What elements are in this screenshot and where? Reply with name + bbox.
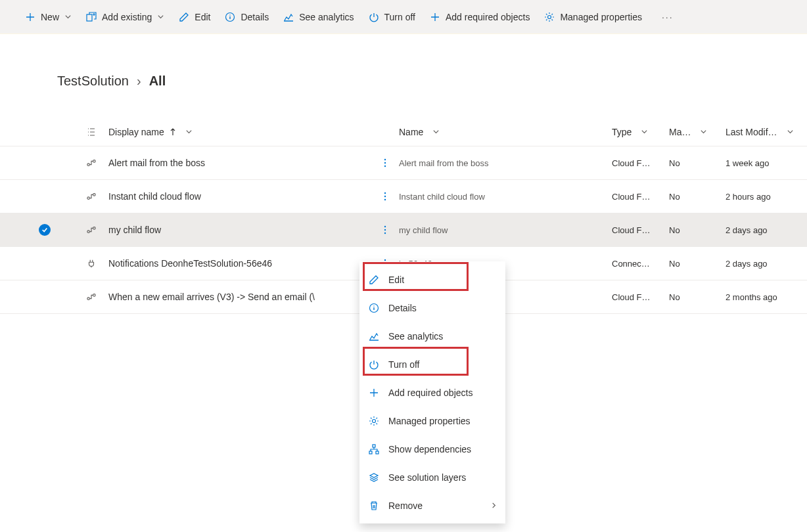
new-button-label: New xyxy=(41,12,59,22)
plus-icon xyxy=(430,12,440,22)
ctx-managed-props[interactable]: Managed properties xyxy=(359,407,505,435)
analytics-button[interactable]: See analytics xyxy=(283,12,354,22)
gear-icon xyxy=(369,416,380,426)
edit-label: Edit xyxy=(195,12,210,22)
svg-point-18 xyxy=(384,259,386,261)
row-managed: No xyxy=(669,292,726,302)
trash-icon xyxy=(369,500,380,511)
turn-off-label: Turn off xyxy=(384,12,415,22)
plus-icon xyxy=(25,12,35,22)
row-managed: No xyxy=(669,158,726,168)
row-modified: 1 week ago xyxy=(726,158,804,168)
svg-point-12 xyxy=(384,199,386,200)
svg-point-2 xyxy=(548,15,551,18)
chevron-down-icon xyxy=(157,13,164,20)
svg-rect-29 xyxy=(369,451,372,454)
row-modified: 2 days ago xyxy=(726,259,804,269)
row-name: Instant child cloud flow xyxy=(399,192,612,202)
context-menu: Edit Details See analytics Turn off Add … xyxy=(359,261,505,523)
pencil-icon xyxy=(179,12,189,22)
info-icon xyxy=(225,12,235,22)
row-type: Cloud F… xyxy=(612,292,669,302)
row-display-name[interactable]: my child flow xyxy=(108,225,371,235)
row-display-name[interactable]: Instant child cloud flow xyxy=(108,191,371,202)
list-icon[interactable] xyxy=(74,127,108,137)
row-display-name[interactable]: Notifications DeonheTestSolution-56e46 xyxy=(108,258,371,269)
managed-props-button[interactable]: Managed properties xyxy=(544,12,642,22)
row-display-name[interactable]: When a new email arrives (V3) -> Send an… xyxy=(108,292,371,302)
row-type: Cloud F… xyxy=(612,225,669,235)
chevron-down-icon xyxy=(185,128,193,135)
plus-icon xyxy=(369,388,380,398)
svg-point-27 xyxy=(373,419,376,422)
svg-point-22 xyxy=(93,294,96,297)
ctx-edit[interactable]: Edit xyxy=(359,265,505,294)
ctx-add-required[interactable]: Add required objects xyxy=(359,378,505,407)
svg-point-3 xyxy=(87,164,90,166)
breadcrumb-root[interactable]: TestSolution xyxy=(57,74,129,89)
chevron-right-icon xyxy=(490,502,497,509)
turn-off-button[interactable]: Turn off xyxy=(369,12,415,22)
row-modified: 2 months ago xyxy=(726,292,804,302)
table-row[interactable]: Instant child cloud flowInstant child cl… xyxy=(0,180,807,213)
row-more-button[interactable] xyxy=(371,158,399,168)
info-icon xyxy=(369,303,380,313)
chevron-down-icon xyxy=(64,13,72,20)
power-icon xyxy=(369,359,380,370)
svg-point-6 xyxy=(384,162,386,164)
add-existing-button[interactable]: Add existing xyxy=(86,12,164,22)
svg-rect-28 xyxy=(373,445,375,447)
table-row[interactable]: Alert mail from the bossAlert mail from … xyxy=(0,146,807,180)
table-row[interactable]: my child flowmy child flowCloud F…No2 da… xyxy=(0,213,807,247)
ctx-analytics[interactable]: See analytics xyxy=(359,322,505,350)
managed-props-label: Managed properties xyxy=(560,12,642,22)
chevron-right-icon: › xyxy=(137,74,141,89)
svg-point-11 xyxy=(384,196,386,197)
svg-rect-30 xyxy=(376,451,379,454)
edit-button[interactable]: Edit xyxy=(179,12,210,22)
pencil-icon xyxy=(369,275,380,285)
ctx-show-deps[interactable]: Show dependencies xyxy=(359,435,505,463)
chevron-down-icon xyxy=(700,128,707,135)
ctx-details[interactable]: Details xyxy=(359,294,505,322)
add-existing-label: Add existing xyxy=(102,12,152,22)
details-button[interactable]: Details xyxy=(225,12,269,22)
overflow-button[interactable]: ··· xyxy=(662,12,674,22)
column-type[interactable]: Type xyxy=(612,127,669,137)
svg-point-7 xyxy=(384,166,386,167)
sort-up-icon xyxy=(170,128,176,136)
plug-icon xyxy=(74,259,108,268)
column-modified[interactable]: Last Modif… xyxy=(726,127,804,137)
row-name: Alert mail from the boss xyxy=(399,158,612,168)
row-more-button[interactable] xyxy=(371,225,399,235)
column-display-name[interactable]: Display name xyxy=(108,127,399,137)
ctx-turn-off[interactable]: Turn off xyxy=(359,350,505,378)
flow-icon xyxy=(74,158,108,167)
ctx-layers[interactable]: See solution layers xyxy=(359,463,505,491)
svg-point-9 xyxy=(93,194,96,196)
add-required-button[interactable]: Add required objects xyxy=(430,12,530,22)
breadcrumb: TestSolution › All xyxy=(0,74,807,89)
row-display-name[interactable]: Alert mail from the boss xyxy=(108,158,371,168)
row-modified: 2 hours ago xyxy=(726,192,804,202)
chevron-down-icon xyxy=(787,128,794,135)
svg-point-21 xyxy=(87,298,90,300)
gear-icon xyxy=(544,12,555,22)
column-name[interactable]: Name xyxy=(399,127,612,137)
analytics-icon xyxy=(283,12,294,22)
svg-point-14 xyxy=(93,227,96,230)
new-button[interactable]: New xyxy=(25,12,72,22)
column-managed[interactable]: Ma… xyxy=(669,127,726,137)
row-more-button[interactable] xyxy=(371,191,399,202)
ctx-remove[interactable]: Remove xyxy=(359,491,505,520)
svg-point-8 xyxy=(87,197,90,200)
selected-check-icon[interactable] xyxy=(39,224,51,236)
command-bar: New Add existing Edit Details See analyt… xyxy=(0,0,807,34)
svg-point-15 xyxy=(384,226,386,227)
layers-icon xyxy=(369,472,380,483)
row-managed: No xyxy=(669,192,726,202)
row-type: Connec… xyxy=(612,259,669,269)
row-type: Cloud F… xyxy=(612,192,669,202)
svg-point-13 xyxy=(87,231,90,233)
analytics-label: See analytics xyxy=(299,12,354,22)
